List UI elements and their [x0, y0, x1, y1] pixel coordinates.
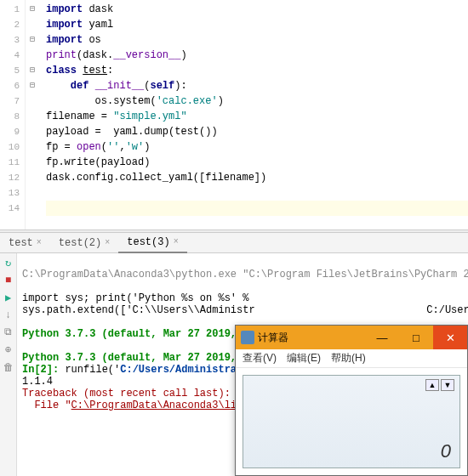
toolbar-button-5[interactable]: ⊕ — [5, 343, 11, 356]
code-lines[interactable]: import daskimport yamlimport osprint(das… — [39, 0, 468, 230]
menu-view[interactable]: 查看(V) — [243, 351, 277, 366]
file-path: C:\ProgramData\Anaconda3\lib\s — [71, 400, 255, 411]
close-button[interactable]: ✕ — [433, 326, 467, 349]
toolbar-button-3[interactable]: ↓ — [5, 309, 11, 321]
code-line[interactable]: filename = "simple.yml" — [46, 109, 468, 124]
toolbar-button-2[interactable]: ▶ — [5, 292, 11, 304]
menu-edit[interactable]: 编辑(E) — [287, 351, 321, 366]
line-gutter: 1234567891011121314 — [0, 0, 26, 230]
menu-help[interactable]: 帮助(H) — [331, 351, 366, 366]
fold-column[interactable]: ⊟⊟⊟⊟ — [26, 0, 39, 230]
code-line[interactable]: print(dask.__version__) — [46, 48, 468, 63]
runfile: runfile(' — [65, 364, 120, 376]
code-line[interactable]: fp.write(payload) — [46, 155, 468, 170]
console-line: import sys; print('Python %s on %s' % — [22, 292, 248, 304]
code-line[interactable]: import yaml — [46, 17, 468, 32]
code-line[interactable]: os.system('calc.exe') — [46, 94, 468, 109]
spin-buttons[interactable]: ▲ ▼ — [425, 379, 454, 391]
calculator-icon — [241, 331, 254, 344]
in-prompt: In[2]: — [22, 364, 65, 376]
code-line[interactable] — [46, 185, 468, 201]
display-value: 0 — [441, 440, 451, 462]
toolbar-button-1[interactable]: ■ — [5, 275, 11, 286]
code-line[interactable]: def __init__(self): — [46, 78, 468, 94]
console-line: sys.path.extend(['C:\\Users\\Administr — [22, 304, 255, 316]
code-line[interactable]: fp = open('','w') — [46, 139, 468, 155]
calculator-titlebar[interactable]: 计算器 — □ ✕ — [236, 326, 467, 349]
toolbar-button-0[interactable]: ↻ — [5, 257, 11, 269]
calculator-display: ▲ ▼ 0 — [243, 375, 460, 468]
code-editor[interactable]: 1234567891011121314 ⊟⊟⊟⊟ import daskimpo… — [0, 0, 468, 230]
file-label: File " — [22, 400, 71, 411]
code-line[interactable]: class test: — [46, 63, 468, 78]
python-version: Python 3.7.3 (default, Mar 27 2019, 17 — [22, 328, 255, 340]
close-tab-icon[interactable]: × — [105, 238, 110, 247]
spin-down[interactable]: ▼ — [441, 379, 454, 391]
console-header: C:\ProgramData\Anaconda3\python.exe "C:\… — [22, 269, 468, 280]
toolbar-button-4[interactable]: ⧉ — [4, 326, 12, 338]
console-line: C:/Users/Admi — [420, 304, 468, 316]
close-tab-icon[interactable]: × — [174, 237, 179, 246]
code-line[interactable] — [46, 201, 468, 216]
console-tabs[interactable]: test×test(2)×test(3)× — [0, 233, 468, 253]
code-line[interactable]: dask.config.collect_yaml([filename]) — [46, 170, 468, 185]
maximize-button[interactable]: □ — [399, 326, 433, 349]
code-line[interactable]: payload = yaml.dump(test()) — [46, 124, 468, 139]
output-value: 1.1.4 — [22, 376, 53, 388]
tab-test(2)[interactable]: test(2)× — [50, 234, 118, 252]
tab-test[interactable]: test× — [0, 234, 50, 252]
calculator-title: 计算器 — [258, 331, 365, 345]
code-line[interactable]: import os — [46, 32, 468, 48]
tab-test(3)[interactable]: test(3)× — [118, 233, 186, 253]
calculator-menu[interactable]: 查看(V) 编辑(E) 帮助(H) — [236, 349, 467, 368]
close-tab-icon[interactable]: × — [37, 238, 42, 247]
code-line[interactable]: import dask — [46, 2, 468, 17]
spin-up[interactable]: ▲ — [425, 379, 439, 391]
toolbar-button-6[interactable]: 🗑 — [3, 361, 14, 374]
console-toolbar[interactable]: ↻■▶↓⧉⊕🗑 — [0, 253, 17, 476]
traceback-header: Traceback (most recent call last): — [22, 388, 231, 400]
calculator-window[interactable]: 计算器 — □ ✕ 查看(V) 编辑(E) 帮助(H) ▲ ▼ 0 — [235, 325, 468, 476]
minimize-button[interactable]: — — [365, 326, 399, 349]
python-version: Python 3.7.3 (default, Mar 27 2019, 17 — [22, 352, 255, 364]
